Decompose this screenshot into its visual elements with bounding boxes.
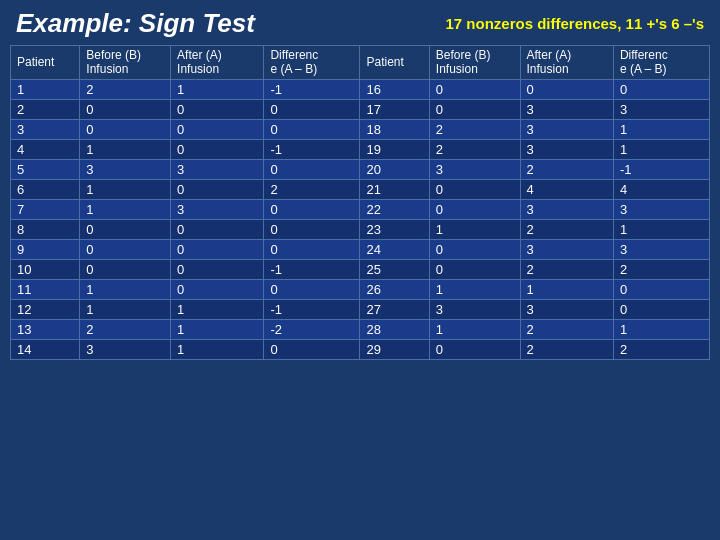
cell-before_b2: 2	[429, 139, 520, 159]
cell-after_a: 3	[171, 159, 264, 179]
cell-patient2: 28	[360, 319, 429, 339]
cell-diff_ab2: -1	[613, 159, 709, 179]
table-row: 1431029022	[11, 339, 710, 359]
table-row: 53302032-1	[11, 159, 710, 179]
cell-diff_ab: -1	[264, 79, 360, 99]
table-row: 300018231	[11, 119, 710, 139]
cell-patient2: 19	[360, 139, 429, 159]
subtitle: 17 nonzeros differences, 11 +'s 6 –'s	[445, 15, 704, 32]
cell-before_b2: 1	[429, 219, 520, 239]
cell-patient: 3	[11, 119, 80, 139]
cell-after_a: 0	[171, 179, 264, 199]
col-header-before-b: Before (B)Infusion	[80, 46, 171, 80]
cell-patient2: 27	[360, 299, 429, 319]
cell-patient: 8	[11, 219, 80, 239]
cell-before_b: 1	[80, 299, 171, 319]
cell-diff_ab: -1	[264, 259, 360, 279]
cell-after_a: 0	[171, 279, 264, 299]
cell-patient: 10	[11, 259, 80, 279]
cell-diff_ab: 0	[264, 159, 360, 179]
col-header-diff-ab: Difference (A – B)	[264, 46, 360, 80]
table-row: 713022033	[11, 199, 710, 219]
cell-before_b2: 0	[429, 99, 520, 119]
cell-diff_ab2: 3	[613, 199, 709, 219]
cell-diff_ab2: 1	[613, 119, 709, 139]
col-header-diff-ab2: Difference (A – B)	[613, 46, 709, 80]
cell-diff_ab: -1	[264, 299, 360, 319]
cell-before_b: 2	[80, 79, 171, 99]
table-row: 121-116000	[11, 79, 710, 99]
cell-patient: 6	[11, 179, 80, 199]
table-row: 1110026110	[11, 279, 710, 299]
cell-before_b2: 0	[429, 199, 520, 219]
cell-after_a: 0	[171, 119, 264, 139]
cell-before_b: 0	[80, 239, 171, 259]
cell-patient2: 29	[360, 339, 429, 359]
data-table: Patient Before (B)Infusion After (A)Infu…	[10, 45, 710, 360]
cell-before_b2: 1	[429, 319, 520, 339]
table-body: 121-116000200017033300018231410-11923153…	[11, 79, 710, 359]
cell-patient2: 21	[360, 179, 429, 199]
cell-patient2: 24	[360, 239, 429, 259]
cell-after_a2: 2	[520, 319, 613, 339]
cell-diff_ab2: 1	[613, 319, 709, 339]
cell-before_b2: 0	[429, 239, 520, 259]
cell-after_a: 1	[171, 79, 264, 99]
cell-patient2: 22	[360, 199, 429, 219]
cell-patient: 9	[11, 239, 80, 259]
cell-before_b2: 1	[429, 279, 520, 299]
cell-after_a2: 2	[520, 339, 613, 359]
cell-after_a: 3	[171, 199, 264, 219]
cell-diff_ab2: 0	[613, 279, 709, 299]
table-row: 1000-125022	[11, 259, 710, 279]
cell-after_a: 1	[171, 339, 264, 359]
cell-after_a: 0	[171, 99, 264, 119]
cell-after_a2: 3	[520, 299, 613, 319]
cell-diff_ab: 0	[264, 239, 360, 259]
col-header-patient2: Patient	[360, 46, 429, 80]
cell-diff_ab: -2	[264, 319, 360, 339]
cell-after_a: 0	[171, 139, 264, 159]
cell-before_b: 0	[80, 99, 171, 119]
cell-diff_ab: -1	[264, 139, 360, 159]
header: Example: Sign Test 17 nonzeros differenc…	[0, 0, 720, 45]
cell-before_b2: 3	[429, 159, 520, 179]
cell-before_b: 3	[80, 339, 171, 359]
cell-patient2: 25	[360, 259, 429, 279]
cell-after_a2: 2	[520, 259, 613, 279]
cell-patient: 12	[11, 299, 80, 319]
cell-patient: 7	[11, 199, 80, 219]
cell-diff_ab2: 0	[613, 79, 709, 99]
cell-patient: 4	[11, 139, 80, 159]
cell-patient: 11	[11, 279, 80, 299]
cell-patient: 14	[11, 339, 80, 359]
cell-before_b2: 0	[429, 339, 520, 359]
cell-patient2: 17	[360, 99, 429, 119]
cell-patient2: 23	[360, 219, 429, 239]
cell-patient2: 16	[360, 79, 429, 99]
cell-patient: 2	[11, 99, 80, 119]
cell-before_b: 0	[80, 219, 171, 239]
col-header-patient: Patient	[11, 46, 80, 80]
cell-after_a: 0	[171, 239, 264, 259]
cell-after_a2: 2	[520, 159, 613, 179]
cell-before_b2: 0	[429, 259, 520, 279]
cell-diff_ab: 2	[264, 179, 360, 199]
table-row: 610221044	[11, 179, 710, 199]
table-container: Patient Before (B)Infusion After (A)Infu…	[0, 45, 720, 364]
cell-before_b2: 0	[429, 179, 520, 199]
col-header-after-a: After (A)Infusion	[171, 46, 264, 80]
cell-after_a: 1	[171, 299, 264, 319]
cell-diff_ab2: 3	[613, 239, 709, 259]
page: Example: Sign Test 17 nonzeros differenc…	[0, 0, 720, 540]
cell-after_a: 0	[171, 219, 264, 239]
cell-after_a: 1	[171, 319, 264, 339]
page-title: Example: Sign Test	[16, 8, 255, 39]
table-row: 410-119231	[11, 139, 710, 159]
cell-diff_ab: 0	[264, 119, 360, 139]
cell-diff_ab2: 0	[613, 299, 709, 319]
cell-diff_ab: 0	[264, 99, 360, 119]
cell-diff_ab: 0	[264, 199, 360, 219]
cell-diff_ab2: 4	[613, 179, 709, 199]
cell-diff_ab2: 2	[613, 259, 709, 279]
